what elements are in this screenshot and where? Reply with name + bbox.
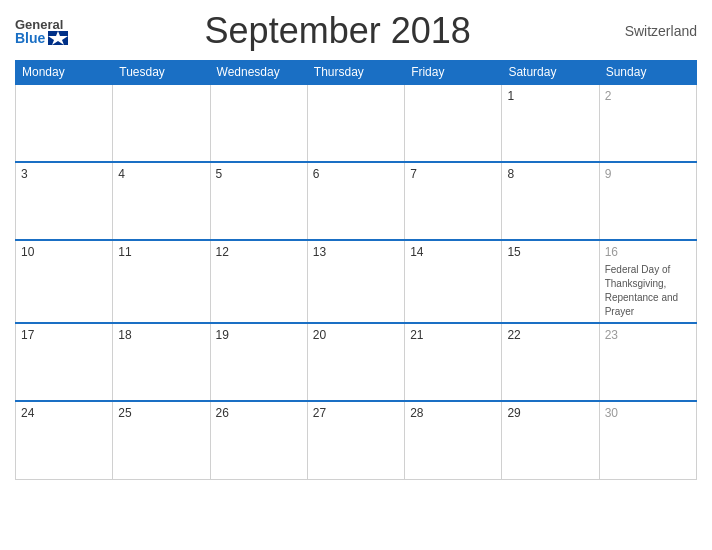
calendar-container: General Blue September 2018 Switzerland (0, 0, 712, 550)
calendar-cell (405, 84, 502, 162)
day-number: 12 (216, 245, 302, 259)
week-row-4: 17181920212223 (16, 323, 697, 401)
day-number: 20 (313, 328, 399, 342)
day-number: 10 (21, 245, 107, 259)
day-event: Federal Day of Thanksgiving, Repentance … (605, 264, 678, 317)
calendar-cell (113, 84, 210, 162)
calendar-cell: 8 (502, 162, 599, 240)
day-number: 7 (410, 167, 496, 181)
day-number: 28 (410, 406, 496, 420)
calendar-cell: 24 (16, 401, 113, 479)
day-number: 18 (118, 328, 204, 342)
calendar-cell: 29 (502, 401, 599, 479)
country-label: Switzerland (607, 23, 697, 39)
day-number: 14 (410, 245, 496, 259)
day-number: 2 (605, 89, 691, 103)
logo-general-text: General (15, 18, 68, 31)
day-number: 24 (21, 406, 107, 420)
day-number: 19 (216, 328, 302, 342)
calendar-cell: 3 (16, 162, 113, 240)
calendar-cell: 9 (599, 162, 696, 240)
header-saturday: Saturday (502, 61, 599, 85)
week-row-2: 3456789 (16, 162, 697, 240)
calendar-header: General Blue September 2018 Switzerland (15, 10, 697, 52)
day-number: 11 (118, 245, 204, 259)
day-number: 30 (605, 406, 691, 420)
calendar-cell: 17 (16, 323, 113, 401)
day-number: 6 (313, 167, 399, 181)
calendar-cell (210, 84, 307, 162)
day-number: 5 (216, 167, 302, 181)
calendar-table: Monday Tuesday Wednesday Thursday Friday… (15, 60, 697, 480)
logo-blue-text: Blue (15, 31, 45, 45)
calendar-cell: 27 (307, 401, 404, 479)
flag-icon (48, 31, 68, 45)
day-number: 26 (216, 406, 302, 420)
week-row-1: 12 (16, 84, 697, 162)
week-row-5: 24252627282930 (16, 401, 697, 479)
day-number: 8 (507, 167, 593, 181)
day-number: 3 (21, 167, 107, 181)
calendar-cell: 16Federal Day of Thanksgiving, Repentanc… (599, 240, 696, 323)
day-number: 1 (507, 89, 593, 103)
header-sunday: Sunday (599, 61, 696, 85)
header-friday: Friday (405, 61, 502, 85)
calendar-cell: 28 (405, 401, 502, 479)
day-number: 17 (21, 328, 107, 342)
calendar-cell: 23 (599, 323, 696, 401)
day-number: 22 (507, 328, 593, 342)
calendar-cell: 1 (502, 84, 599, 162)
day-number: 16 (605, 245, 691, 259)
calendar-cell (16, 84, 113, 162)
day-number: 23 (605, 328, 691, 342)
week-row-3: 10111213141516Federal Day of Thanksgivin… (16, 240, 697, 323)
day-number: 13 (313, 245, 399, 259)
calendar-cell: 13 (307, 240, 404, 323)
calendar-cell: 25 (113, 401, 210, 479)
calendar-cell: 5 (210, 162, 307, 240)
calendar-cell: 7 (405, 162, 502, 240)
header-monday: Monday (16, 61, 113, 85)
calendar-cell: 18 (113, 323, 210, 401)
header-tuesday: Tuesday (113, 61, 210, 85)
calendar-cell: 21 (405, 323, 502, 401)
calendar-cell: 22 (502, 323, 599, 401)
header-wednesday: Wednesday (210, 61, 307, 85)
calendar-cell: 19 (210, 323, 307, 401)
day-number: 27 (313, 406, 399, 420)
calendar-cell: 26 (210, 401, 307, 479)
calendar-cell: 11 (113, 240, 210, 323)
calendar-cell: 20 (307, 323, 404, 401)
header-thursday: Thursday (307, 61, 404, 85)
calendar-cell: 14 (405, 240, 502, 323)
day-number: 9 (605, 167, 691, 181)
calendar-cell: 15 (502, 240, 599, 323)
day-number: 21 (410, 328, 496, 342)
day-number: 29 (507, 406, 593, 420)
calendar-cell: 4 (113, 162, 210, 240)
day-number: 4 (118, 167, 204, 181)
logo: General Blue (15, 18, 68, 45)
day-number: 25 (118, 406, 204, 420)
day-number: 15 (507, 245, 593, 259)
weekday-header-row: Monday Tuesday Wednesday Thursday Friday… (16, 61, 697, 85)
month-title: September 2018 (68, 10, 607, 52)
calendar-cell: 6 (307, 162, 404, 240)
calendar-cell: 30 (599, 401, 696, 479)
calendar-cell (307, 84, 404, 162)
calendar-cell: 12 (210, 240, 307, 323)
calendar-cell: 10 (16, 240, 113, 323)
calendar-cell: 2 (599, 84, 696, 162)
